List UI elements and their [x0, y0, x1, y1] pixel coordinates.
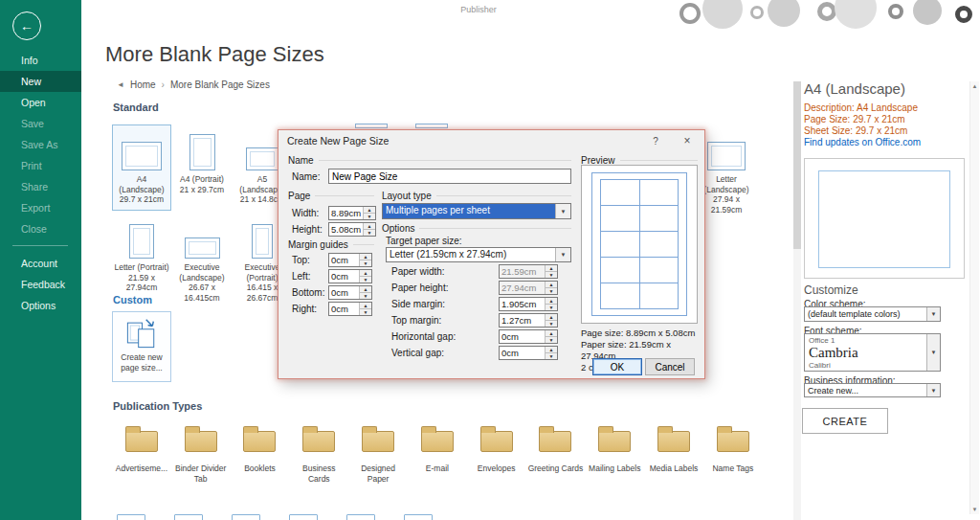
publication-type-item[interactable]: E-mail: [408, 419, 467, 485]
publication-type-item[interactable]: Business Cards: [289, 419, 348, 485]
spinner-value: 1.905cm: [500, 298, 545, 310]
main-scrollbar[interactable]: [793, 81, 801, 520]
spin-down-icon[interactable]: ▼: [360, 260, 371, 266]
publication-type-item[interactable]: Greeting Cards: [526, 419, 586, 485]
folder-icon: [717, 431, 749, 452]
decorative-circle: [913, 0, 942, 25]
spin-down-icon[interactable]: ▼: [546, 352, 557, 359]
name-input[interactable]: [328, 169, 571, 184]
scrollbar-thumb[interactable]: [793, 81, 801, 249]
layout-type-select[interactable]: Multiple pages per sheet ▼: [382, 203, 571, 219]
sidebar-item[interactable]: Close: [0, 218, 81, 239]
office-updates-link[interactable]: Find updates on Office.com: [804, 137, 921, 147]
sidebar-item[interactable]: Save As: [0, 134, 81, 155]
sidebar-item-label: Save: [21, 118, 44, 129]
option-spinner[interactable]: 0cm ▲ ▼: [499, 329, 558, 344]
create-new-page-size-item[interactable]: Create new page size...: [112, 311, 171, 382]
spin-down-icon[interactable]: ▼: [546, 271, 557, 278]
spin-down-icon[interactable]: ▼: [360, 276, 371, 283]
publication-type-item[interactable]: Envelopes: [467, 419, 526, 485]
sidebar-item[interactable]: Options: [0, 295, 81, 316]
publication-type-label: Designed Paper: [348, 463, 408, 485]
sidebar-item[interactable]: New: [0, 71, 81, 92]
template-preview-page: [818, 170, 950, 268]
margin-spinner[interactable]: 0cm ▲ ▼: [328, 269, 372, 283]
margin-spinner[interactable]: 0cm ▲ ▼: [328, 302, 372, 316]
spinner-value: 21.59cm: [500, 265, 545, 278]
publication-type-label: Business Cards: [289, 463, 348, 485]
help-button[interactable]: ?: [641, 131, 670, 151]
publication-type-item[interactable]: Media Labels: [644, 419, 703, 485]
page-size-item-a4-portrait[interactable]: A4 (Portrait) 21 x 29.7cm: [172, 124, 232, 200]
spin-down-icon[interactable]: ▼: [364, 213, 375, 219]
spinner-value: 0cm: [500, 330, 545, 343]
sidebar-item[interactable]: Feedback: [0, 274, 81, 295]
cancel-button[interactable]: Cancel: [645, 358, 695, 375]
option-spinner[interactable]: 1.27cm ▲ ▼: [499, 313, 558, 328]
spin-down-icon[interactable]: ▼: [546, 287, 557, 294]
create-button[interactable]: CREATE: [802, 408, 888, 434]
folder-icon: [539, 431, 571, 452]
page-size-item-letter-landscape[interactable]: Letter (Landscape) 27.94 x 21.59cm: [697, 124, 756, 221]
option-spinner[interactable]: 21.59cm ▲ ▼: [499, 264, 558, 279]
option-spinner[interactable]: 0cm ▲ ▼: [499, 346, 558, 360]
publication-type-label: Binder Divider Tab: [171, 463, 231, 485]
width-spinner[interactable]: 8.89cm ▲ ▼: [328, 206, 376, 220]
publication-type-item[interactable]: Booklets: [231, 419, 290, 485]
close-button[interactable]: ×: [670, 131, 704, 151]
backstage-sidebar: ← Info New Open Save Sav: [0, 0, 81, 520]
page-size-item-letter-portrait[interactable]: Letter (Portrait) 21.59 x 27.94cm: [112, 213, 171, 299]
page-thumbnail-area: [707, 128, 746, 170]
folder-icon-area: [243, 419, 276, 452]
spin-down-icon[interactable]: ▼: [546, 336, 557, 343]
name-field-row: Name:: [292, 169, 571, 184]
spin-down-icon[interactable]: ▼: [546, 304, 557, 310]
page-thumbnail-partial: [355, 124, 388, 128]
scroll-down-icon[interactable]: ▼: [970, 507, 979, 512]
template-details-panel: A4 (Landscape) Description: A4 Landscape…: [802, 23, 969, 520]
sidebar-item[interactable]: Account: [0, 253, 81, 274]
sidebar-item[interactable]: Share: [0, 176, 81, 197]
back-button[interactable]: ←: [12, 11, 41, 40]
option-spinner[interactable]: 27.94cm ▲ ▼: [499, 281, 558, 295]
sidebar-item-label: New: [21, 76, 41, 87]
sidebar-item[interactable]: Info: [0, 50, 81, 71]
page-size-item-executive-landscape[interactable]: Executive (Landscape) 26.67 x 16.415cm: [172, 213, 232, 309]
breadcrumb-back-icon[interactable]: ◄: [117, 80, 124, 89]
color-scheme-select[interactable]: (default template colors) ▼: [804, 306, 941, 322]
scroll-up-icon[interactable]: ▲: [970, 83, 979, 89]
spin-down-icon[interactable]: ▼: [546, 320, 557, 327]
margin-spinner[interactable]: 0cm ▲ ▼: [328, 253, 372, 267]
height-spinner[interactable]: 5.08cm ▲ ▼: [328, 222, 376, 237]
sidebar-item[interactable]: Open: [0, 92, 81, 113]
business-information-value: Create new...: [805, 384, 926, 396]
page-size-name: Letter (Portrait): [114, 262, 169, 273]
sidebar-item[interactable]: Export: [0, 197, 81, 218]
page-thumbnail-partial: [174, 514, 203, 520]
option-spinner[interactable]: 1.905cm ▲ ▼: [499, 297, 558, 311]
publication-type-item[interactable]: Designed Paper: [348, 419, 408, 485]
group-page: Page: [288, 191, 374, 201]
page-size-item-a4-landscape[interactable]: A4 (Landscape) 29.7 x 21cm: [112, 124, 171, 211]
publication-type-item[interactable]: Name Tags: [703, 419, 763, 485]
target-paper-size-select[interactable]: Letter (21.59cm x 27.94cm) ▼: [386, 247, 571, 262]
publication-type-item[interactable]: Mailing Labels: [585, 419, 644, 485]
publication-type-item[interactable]: Binder Divider Tab: [171, 419, 231, 485]
page-thumbnail-partial: [117, 514, 145, 520]
spin-down-icon[interactable]: ▼: [364, 229, 375, 236]
publication-type-item[interactable]: Advertiseme...: [112, 419, 171, 485]
margin-spinner[interactable]: 0cm ▲ ▼: [328, 285, 372, 300]
spin-down-icon[interactable]: ▼: [360, 308, 371, 315]
back-arrow-icon: ←: [20, 18, 33, 34]
business-information-select[interactable]: Create new... ▼: [804, 383, 941, 397]
sidebar-item[interactable]: Save: [0, 113, 81, 134]
sidebar-item[interactable]: Print: [0, 155, 81, 176]
margin-field-row: Bottom: 0cm ▲ ▼: [292, 284, 372, 301]
page-thumbnail-area: [122, 128, 162, 170]
breadcrumb-home[interactable]: Home: [130, 79, 156, 90]
spin-down-icon[interactable]: ▼: [360, 292, 371, 299]
dialog-title-bar[interactable]: Create New Page Size ? ×: [278, 130, 704, 151]
font-scheme-select[interactable]: Office 1 Cambria Calibri ▼: [804, 333, 941, 372]
ok-button[interactable]: OK: [592, 358, 642, 375]
panel-scrollbar[interactable]: ▲ ▼: [969, 81, 979, 514]
